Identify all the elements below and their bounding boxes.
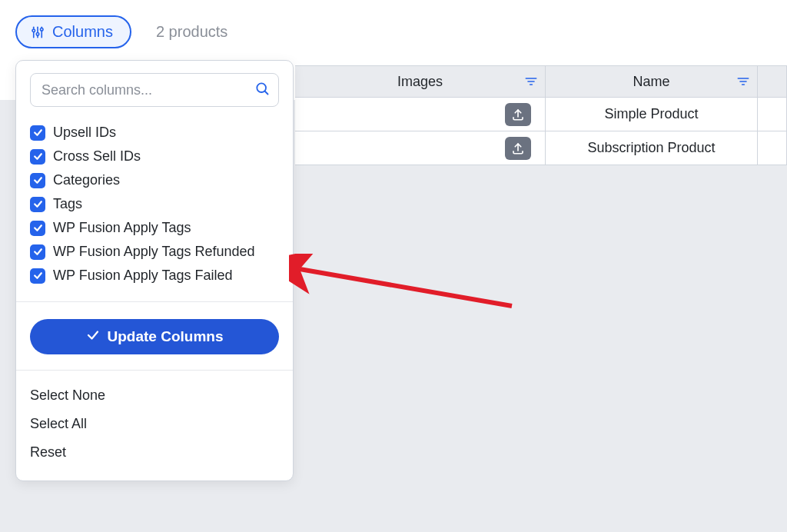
- column-toggle-row[interactable]: WP Fusion Apply Tags Failed: [30, 264, 279, 288]
- column-header-images-label: Images: [397, 74, 443, 90]
- column-header-name[interactable]: Name: [546, 66, 758, 97]
- cell-name[interactable]: Subscription Product: [546, 131, 758, 165]
- checkbox-checked-icon[interactable]: [30, 221, 45, 236]
- table-row: Simple Product: [295, 98, 787, 131]
- divider: [16, 301, 293, 302]
- update-columns-button[interactable]: Update Columns: [30, 319, 279, 354]
- cell-name-text: Simple Product: [604, 106, 698, 122]
- checkbox-checked-icon[interactable]: [30, 173, 45, 188]
- column-toggle-label: Cross Sell IDs: [53, 148, 141, 165]
- column-toggle-row[interactable]: WP Fusion Apply Tags: [30, 216, 279, 240]
- upload-image-button[interactable]: [505, 137, 531, 160]
- check-icon: [86, 328, 100, 346]
- cell-images: [295, 98, 546, 131]
- column-header-images[interactable]: Images: [295, 66, 546, 97]
- column-toggle-row[interactable]: Categories: [30, 168, 279, 192]
- checkbox-checked-icon[interactable]: [30, 268, 45, 284]
- svg-point-5: [41, 28, 43, 30]
- columns-button[interactable]: Columns: [15, 15, 131, 48]
- select-none-link[interactable]: Select None: [30, 381, 279, 410]
- products-table: Images Name: [295, 65, 787, 165]
- search-input[interactable]: [30, 73, 279, 107]
- checkbox-checked-icon[interactable]: [30, 125, 45, 141]
- column-toggle-label: Upsell IDs: [53, 125, 116, 141]
- filter-icon[interactable]: [525, 76, 537, 87]
- cell-name[interactable]: Simple Product: [546, 98, 758, 131]
- checkbox-checked-icon[interactable]: [30, 197, 45, 212]
- product-count: 2 products: [156, 23, 227, 41]
- column-toggle-label: Tags: [53, 196, 82, 212]
- upload-image-button[interactable]: [505, 103, 531, 126]
- upload-icon: [511, 108, 525, 121]
- cell-name-text: Subscription Product: [587, 140, 715, 156]
- filter-icon[interactable]: [737, 76, 749, 87]
- svg-point-1: [32, 29, 35, 32]
- column-checklist: Upsell IDsCross Sell IDsCategoriesTagsWP…: [30, 121, 279, 288]
- sliders-icon: [31, 25, 45, 39]
- svg-line-15: [265, 91, 268, 95]
- column-toggle-label: WP Fusion Apply Tags Refunded: [53, 244, 255, 260]
- column-header-name-label: Name: [633, 74, 669, 90]
- update-columns-label: Update Columns: [108, 328, 224, 345]
- column-toggle-label: Categories: [53, 172, 120, 188]
- column-header-blank: [758, 66, 787, 97]
- search-wrap: [30, 73, 279, 107]
- column-toggle-row[interactable]: Upsell IDs: [30, 121, 279, 145]
- search-icon: [254, 81, 270, 99]
- cell-blank: [758, 98, 787, 131]
- upload-icon: [511, 141, 525, 155]
- column-toggle-row[interactable]: WP Fusion Apply Tags Refunded: [30, 240, 279, 264]
- column-toggle-label: WP Fusion Apply Tags: [53, 220, 191, 236]
- panel-actions: Select None Select All Reset: [16, 370, 293, 480]
- svg-point-3: [36, 32, 38, 35]
- select-all-link[interactable]: Select All: [30, 410, 279, 438]
- table-row: Subscription Product: [295, 131, 787, 165]
- annotation-arrow: [289, 254, 520, 315]
- columns-dropdown: Upsell IDsCross Sell IDsCategoriesTagsWP…: [15, 60, 294, 481]
- svg-line-16: [300, 269, 512, 306]
- checkbox-checked-icon[interactable]: [30, 244, 45, 260]
- column-toggle-row[interactable]: Cross Sell IDs: [30, 145, 279, 168]
- columns-button-label: Columns: [52, 23, 113, 41]
- reset-link[interactable]: Reset: [30, 438, 279, 467]
- cell-images: [295, 131, 546, 165]
- column-toggle-row[interactable]: Tags: [30, 192, 279, 216]
- table-body: Simple Product Subscription Product: [295, 98, 787, 165]
- checkbox-checked-icon[interactable]: [30, 149, 45, 165]
- cell-blank: [758, 131, 787, 165]
- table-header: Images Name: [295, 65, 787, 98]
- column-toggle-label: WP Fusion Apply Tags Failed: [53, 268, 232, 284]
